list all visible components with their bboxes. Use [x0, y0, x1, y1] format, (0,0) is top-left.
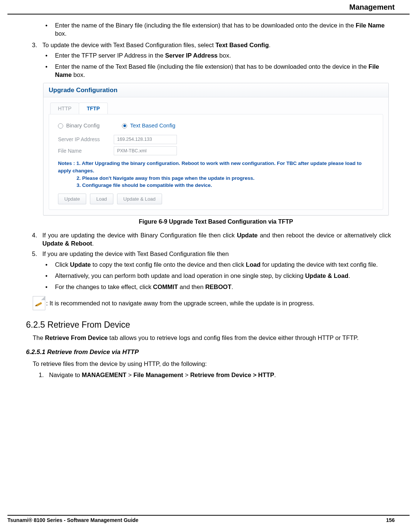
list-item-text: Enter the TFTP server IP Address in the …: [55, 51, 231, 59]
note-callout: : It is recommended not to navigate away…: [33, 296, 391, 310]
text: Enter the TFTP server IP Address in the: [55, 52, 165, 59]
list-item-text: If you are updating the device with Text…: [42, 250, 391, 258]
text: After Upgrading the binary configuration…: [58, 160, 362, 173]
note-icon: [33, 296, 45, 310]
list-item-text: To update the device with Text Based Con…: [42, 41, 391, 49]
radio-binary-config[interactable]: Binary Config: [58, 122, 100, 129]
text: For the changes to take effect, click: [55, 283, 153, 290]
list-number: 5.: [32, 250, 42, 258]
list-item-numbered: 5. If you are updating the device with T…: [32, 250, 391, 258]
text: >: [183, 372, 190, 378]
text: tab allows you to retrieve logs and conf…: [108, 334, 359, 341]
text-bold: File Name: [356, 22, 385, 29]
bullet-icon: •: [45, 260, 55, 269]
radio-icon: [58, 123, 63, 129]
footer-page-number: 156: [386, 517, 395, 523]
update-and-load-button[interactable]: Update & Load: [117, 194, 162, 205]
text-bold: Update & Load: [305, 272, 348, 279]
load-button[interactable]: Load: [90, 194, 113, 205]
field-file-name: File Name PXM-TBC.xml: [58, 146, 376, 156]
radio-label: Text Based Config: [130, 122, 175, 129]
radio-text-based-config[interactable]: Text Based Config: [122, 122, 175, 129]
server-ip-input[interactable]: 169.254.128.133: [114, 135, 177, 144]
text: .: [348, 272, 350, 279]
text: 3. Configurage file should be compatible…: [58, 182, 376, 189]
text: Click: [55, 261, 70, 268]
field-label: File Name: [58, 147, 114, 155]
footer-left: Tsunami® 8100 Series - Software Manageme…: [7, 517, 138, 523]
list-item: • Enter the name of the Text Based file …: [45, 62, 391, 79]
list-number: 3.: [32, 41, 42, 49]
text-bold: Update & Reboot: [42, 240, 92, 247]
text-bold: Retrieve from Device > HTTP: [190, 372, 274, 378]
page-header-title: Management: [7, 0, 410, 14]
list-number: 4.: [32, 231, 42, 248]
text: .: [269, 42, 271, 48]
radio-label: Binary Config: [66, 122, 100, 129]
text: The: [33, 334, 45, 341]
radio-row: Binary Config Text Based Config: [58, 122, 376, 129]
list-item-text: Enter the name of the Binary file (inclu…: [55, 21, 391, 38]
text: .: [92, 240, 94, 247]
panel-notes: Notes : 1. After Upgrading the binary co…: [58, 160, 376, 189]
field-label: Server IP Address: [58, 136, 114, 143]
footer-rule: [7, 515, 410, 516]
text: 2. Please don't Navigate away from this …: [58, 175, 376, 182]
text: Enter the name of the Binary file (inclu…: [55, 22, 356, 29]
list-item-text: Enter the name of the Text Based file (i…: [55, 62, 391, 79]
bullet-icon: •: [45, 272, 55, 280]
text: If you are updating the device with Bina…: [42, 232, 237, 239]
tabs-row: HTTPTFTP: [43, 97, 388, 114]
radio-icon: [122, 123, 127, 129]
text-bold: Update: [237, 232, 258, 239]
list-number: 1.: [39, 371, 49, 379]
list-item: • Click Update to copy the text config f…: [45, 260, 391, 269]
list-item-text: For the changes to take effect, click CO…: [55, 283, 233, 291]
text: To update the device with Text Based Con…: [42, 42, 216, 48]
text-bold: Load: [246, 261, 261, 268]
text-bold: Retrieve From Device: [45, 334, 108, 341]
panel-title: Upgrade Configuration: [43, 83, 388, 97]
update-button[interactable]: Update: [58, 194, 86, 205]
text: box.: [217, 52, 231, 59]
tab-http[interactable]: HTTP: [50, 103, 79, 114]
list-item: • Enter the TFTP server IP Address in th…: [45, 51, 391, 59]
section-heading-6251: 6.2.5.1 Retrieve from Device via HTTP: [26, 348, 391, 357]
note-text: : It is recommended not to navigate away…: [46, 299, 314, 307]
text-bold: MANAGEMENT: [82, 372, 126, 378]
text-bold: REBOOT: [205, 283, 232, 290]
section-heading-625: 6.2.5 Retrieve From Device: [26, 319, 391, 331]
text-bold: COMMIT: [153, 283, 178, 290]
upgrade-config-panel: Upgrade Configuration HTTPTFTP Binary Co…: [43, 83, 389, 216]
paragraph: To retrieve files from the device by usi…: [33, 360, 391, 368]
list-item-numbered: 4. If you are updating the device with B…: [32, 231, 391, 248]
paragraph: The Retrieve From Device tab allows you …: [33, 334, 391, 342]
text: Navigate to: [49, 372, 82, 378]
text: box.: [72, 71, 85, 78]
file-name-input[interactable]: PXM-TBC.xml: [114, 146, 177, 156]
bullet-icon: •: [45, 62, 55, 79]
text-bold: Update: [70, 261, 91, 268]
tab-tftp[interactable]: TFTP: [79, 103, 108, 114]
list-item: • Enter the name of the Binary file (inc…: [45, 21, 391, 38]
text: and then reboot the device or alternativ…: [258, 232, 391, 239]
list-item-text: Alternatively, you can perform both upda…: [55, 272, 350, 280]
list-item-numbered: 3. To update the device with Text Based …: [32, 41, 391, 49]
text: >: [126, 372, 133, 378]
bullet-icon: •: [45, 283, 55, 291]
header-rule: [7, 14, 410, 14]
text: .: [232, 283, 233, 290]
text-bold: File Management: [133, 372, 183, 378]
list-item-text: Navigate to MANAGEMENT > File Management…: [49, 371, 391, 379]
list-item-numbered: 1. Navigate to MANAGEMENT > File Managem…: [39, 371, 391, 379]
bullet-icon: •: [45, 51, 55, 59]
text: .: [274, 372, 276, 378]
list-item-text: Click Update to copy the text config fil…: [55, 260, 378, 269]
text: Notes : 1.: [58, 160, 82, 166]
text: for updating the device with text config…: [261, 261, 378, 268]
page-content: • Enter the name of the Binary file (inc…: [7, 21, 410, 379]
page-footer: Tsunami® 8100 Series - Software Manageme…: [7, 515, 410, 523]
figure-caption: Figure 6-9 Upgrade Text Based Configurat…: [43, 218, 389, 226]
text: and then: [178, 283, 205, 290]
text-bold: Text Based Config: [216, 42, 269, 48]
